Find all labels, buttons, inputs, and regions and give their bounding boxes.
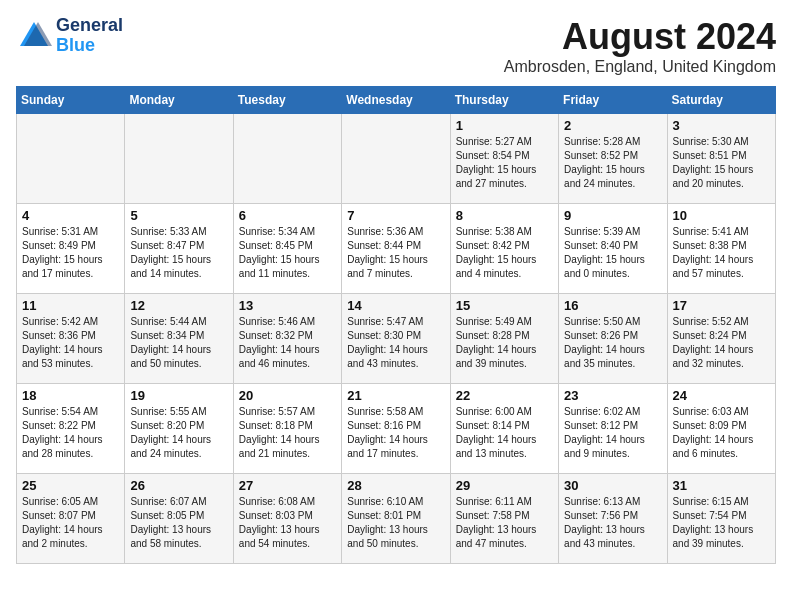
day-cell: 4Sunrise: 5:31 AM Sunset: 8:49 PM Daylig… — [17, 204, 125, 294]
day-info: Sunrise: 5:44 AM Sunset: 8:34 PM Dayligh… — [130, 315, 227, 371]
day-number: 27 — [239, 478, 336, 493]
day-cell: 20Sunrise: 5:57 AM Sunset: 8:18 PM Dayli… — [233, 384, 341, 474]
day-number: 23 — [564, 388, 661, 403]
month-title: August 2024 — [504, 16, 776, 58]
day-info: Sunrise: 5:55 AM Sunset: 8:20 PM Dayligh… — [130, 405, 227, 461]
day-cell: 18Sunrise: 5:54 AM Sunset: 8:22 PM Dayli… — [17, 384, 125, 474]
day-cell: 11Sunrise: 5:42 AM Sunset: 8:36 PM Dayli… — [17, 294, 125, 384]
day-number: 8 — [456, 208, 553, 223]
day-cell: 19Sunrise: 5:55 AM Sunset: 8:20 PM Dayli… — [125, 384, 233, 474]
day-cell: 15Sunrise: 5:49 AM Sunset: 8:28 PM Dayli… — [450, 294, 558, 384]
day-number: 10 — [673, 208, 770, 223]
day-info: Sunrise: 5:52 AM Sunset: 8:24 PM Dayligh… — [673, 315, 770, 371]
header-cell-tuesday: Tuesday — [233, 87, 341, 114]
calendar-body: 1Sunrise: 5:27 AM Sunset: 8:54 PM Daylig… — [17, 114, 776, 564]
day-number: 7 — [347, 208, 444, 223]
location-title: Ambrosden, England, United Kingdom — [504, 58, 776, 76]
day-number: 16 — [564, 298, 661, 313]
day-number: 28 — [347, 478, 444, 493]
day-info: Sunrise: 5:42 AM Sunset: 8:36 PM Dayligh… — [22, 315, 119, 371]
day-cell: 13Sunrise: 5:46 AM Sunset: 8:32 PM Dayli… — [233, 294, 341, 384]
day-number: 4 — [22, 208, 119, 223]
day-info: Sunrise: 5:47 AM Sunset: 8:30 PM Dayligh… — [347, 315, 444, 371]
day-cell: 7Sunrise: 5:36 AM Sunset: 8:44 PM Daylig… — [342, 204, 450, 294]
day-number: 29 — [456, 478, 553, 493]
day-number: 6 — [239, 208, 336, 223]
day-number: 25 — [22, 478, 119, 493]
day-info: Sunrise: 5:28 AM Sunset: 8:52 PM Dayligh… — [564, 135, 661, 191]
header-cell-sunday: Sunday — [17, 87, 125, 114]
day-cell: 9Sunrise: 5:39 AM Sunset: 8:40 PM Daylig… — [559, 204, 667, 294]
day-cell: 31Sunrise: 6:15 AM Sunset: 7:54 PM Dayli… — [667, 474, 775, 564]
day-cell: 5Sunrise: 5:33 AM Sunset: 8:47 PM Daylig… — [125, 204, 233, 294]
day-info: Sunrise: 6:02 AM Sunset: 8:12 PM Dayligh… — [564, 405, 661, 461]
day-info: Sunrise: 5:54 AM Sunset: 8:22 PM Dayligh… — [22, 405, 119, 461]
week-row-1: 1Sunrise: 5:27 AM Sunset: 8:54 PM Daylig… — [17, 114, 776, 204]
header-cell-saturday: Saturday — [667, 87, 775, 114]
day-info: Sunrise: 6:05 AM Sunset: 8:07 PM Dayligh… — [22, 495, 119, 551]
day-number: 15 — [456, 298, 553, 313]
day-info: Sunrise: 6:08 AM Sunset: 8:03 PM Dayligh… — [239, 495, 336, 551]
day-cell: 30Sunrise: 6:13 AM Sunset: 7:56 PM Dayli… — [559, 474, 667, 564]
day-info: Sunrise: 5:36 AM Sunset: 8:44 PM Dayligh… — [347, 225, 444, 281]
day-cell — [233, 114, 341, 204]
day-cell: 14Sunrise: 5:47 AM Sunset: 8:30 PM Dayli… — [342, 294, 450, 384]
day-info: Sunrise: 6:10 AM Sunset: 8:01 PM Dayligh… — [347, 495, 444, 551]
day-info: Sunrise: 5:33 AM Sunset: 8:47 PM Dayligh… — [130, 225, 227, 281]
day-info: Sunrise: 5:38 AM Sunset: 8:42 PM Dayligh… — [456, 225, 553, 281]
header-cell-monday: Monday — [125, 87, 233, 114]
day-number: 20 — [239, 388, 336, 403]
day-cell: 23Sunrise: 6:02 AM Sunset: 8:12 PM Dayli… — [559, 384, 667, 474]
day-cell: 28Sunrise: 6:10 AM Sunset: 8:01 PM Dayli… — [342, 474, 450, 564]
day-cell: 29Sunrise: 6:11 AM Sunset: 7:58 PM Dayli… — [450, 474, 558, 564]
day-info: Sunrise: 5:41 AM Sunset: 8:38 PM Dayligh… — [673, 225, 770, 281]
title-block: August 2024 Ambrosden, England, United K… — [504, 16, 776, 76]
week-row-3: 11Sunrise: 5:42 AM Sunset: 8:36 PM Dayli… — [17, 294, 776, 384]
day-number: 21 — [347, 388, 444, 403]
day-number: 12 — [130, 298, 227, 313]
header-row: SundayMondayTuesdayWednesdayThursdayFrid… — [17, 87, 776, 114]
day-cell: 3Sunrise: 5:30 AM Sunset: 8:51 PM Daylig… — [667, 114, 775, 204]
day-cell: 12Sunrise: 5:44 AM Sunset: 8:34 PM Dayli… — [125, 294, 233, 384]
day-info: Sunrise: 6:07 AM Sunset: 8:05 PM Dayligh… — [130, 495, 227, 551]
day-info: Sunrise: 6:00 AM Sunset: 8:14 PM Dayligh… — [456, 405, 553, 461]
calendar-header: SundayMondayTuesdayWednesdayThursdayFrid… — [17, 87, 776, 114]
header-cell-friday: Friday — [559, 87, 667, 114]
day-number: 2 — [564, 118, 661, 133]
day-cell — [17, 114, 125, 204]
logo-text: General Blue — [56, 16, 123, 56]
day-cell: 27Sunrise: 6:08 AM Sunset: 8:03 PM Dayli… — [233, 474, 341, 564]
day-info: Sunrise: 5:49 AM Sunset: 8:28 PM Dayligh… — [456, 315, 553, 371]
day-cell: 26Sunrise: 6:07 AM Sunset: 8:05 PM Dayli… — [125, 474, 233, 564]
header-cell-wednesday: Wednesday — [342, 87, 450, 114]
day-number: 17 — [673, 298, 770, 313]
day-cell: 10Sunrise: 5:41 AM Sunset: 8:38 PM Dayli… — [667, 204, 775, 294]
day-cell: 21Sunrise: 5:58 AM Sunset: 8:16 PM Dayli… — [342, 384, 450, 474]
day-info: Sunrise: 5:39 AM Sunset: 8:40 PM Dayligh… — [564, 225, 661, 281]
day-cell: 25Sunrise: 6:05 AM Sunset: 8:07 PM Dayli… — [17, 474, 125, 564]
week-row-5: 25Sunrise: 6:05 AM Sunset: 8:07 PM Dayli… — [17, 474, 776, 564]
header-cell-thursday: Thursday — [450, 87, 558, 114]
day-cell — [342, 114, 450, 204]
day-cell: 22Sunrise: 6:00 AM Sunset: 8:14 PM Dayli… — [450, 384, 558, 474]
day-cell: 1Sunrise: 5:27 AM Sunset: 8:54 PM Daylig… — [450, 114, 558, 204]
day-cell: 24Sunrise: 6:03 AM Sunset: 8:09 PM Dayli… — [667, 384, 775, 474]
day-info: Sunrise: 6:15 AM Sunset: 7:54 PM Dayligh… — [673, 495, 770, 551]
logo-icon — [16, 18, 52, 54]
day-number: 18 — [22, 388, 119, 403]
day-info: Sunrise: 6:13 AM Sunset: 7:56 PM Dayligh… — [564, 495, 661, 551]
calendar-table: SundayMondayTuesdayWednesdayThursdayFrid… — [16, 86, 776, 564]
day-number: 1 — [456, 118, 553, 133]
day-info: Sunrise: 5:30 AM Sunset: 8:51 PM Dayligh… — [673, 135, 770, 191]
day-info: Sunrise: 5:34 AM Sunset: 8:45 PM Dayligh… — [239, 225, 336, 281]
day-number: 13 — [239, 298, 336, 313]
week-row-4: 18Sunrise: 5:54 AM Sunset: 8:22 PM Dayli… — [17, 384, 776, 474]
day-info: Sunrise: 6:11 AM Sunset: 7:58 PM Dayligh… — [456, 495, 553, 551]
day-number: 5 — [130, 208, 227, 223]
day-cell: 16Sunrise: 5:50 AM Sunset: 8:26 PM Dayli… — [559, 294, 667, 384]
day-number: 11 — [22, 298, 119, 313]
day-number: 30 — [564, 478, 661, 493]
day-info: Sunrise: 6:03 AM Sunset: 8:09 PM Dayligh… — [673, 405, 770, 461]
day-number: 26 — [130, 478, 227, 493]
day-info: Sunrise: 5:57 AM Sunset: 8:18 PM Dayligh… — [239, 405, 336, 461]
